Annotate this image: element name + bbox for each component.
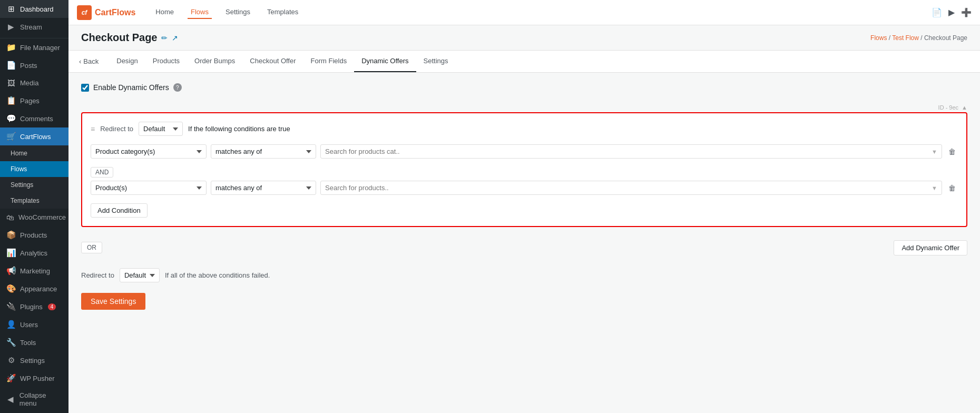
sidebar-item-settings-sub[interactable]: Settings [0,177,68,193]
sidebar-item-stream[interactable]: ▶ Stream [0,18,68,36]
rule-block-wrapper: ID - 9ec ▲ ≡ Redirect to Default Option … [81,104,967,227]
main-wrapper: cf CartFlows Home Flows Settings Templat… [68,0,980,413]
sidebar-item-products[interactable]: 📦 Products [0,226,68,244]
sidebar-item-analytics[interactable]: 📊 Analytics [0,244,68,262]
condition-match-select-2[interactable]: matches any of matches none of [211,181,316,195]
and-badge: AND [91,167,113,178]
sidebar-label-pages: Pages [20,97,40,105]
topnav-flows[interactable]: Flows [188,6,212,19]
condition-row-1: Product category(s) Product(s) matches a… [91,144,958,159]
add-dynamic-offer-button[interactable]: Add Dynamic Offer [894,240,967,255]
delete-condition-1[interactable]: 🗑 [946,145,958,158]
add-condition-label: Add Condition [97,206,141,214]
tab-products[interactable]: Products [145,51,187,72]
appearance-icon: 🎨 [6,284,16,293]
or-row: OR [81,242,102,253]
topbar-icon-video[interactable]: ▶ [948,7,955,17]
sidebar-item-comments[interactable]: 💬 Comments [0,110,68,127]
tab-design[interactable]: Design [109,51,145,72]
sidebar-label-users: Users [20,321,38,329]
sidebar-label-wp-pusher: WP Pusher [20,375,55,382]
sidebar-item-templates-sub[interactable]: Templates [0,193,68,209]
bottom-redirect-select[interactable]: Default [120,268,160,282]
add-condition-button[interactable]: Add Condition [91,203,148,218]
save-settings-button[interactable]: Save Settings [81,293,145,310]
tab-order-bumps[interactable]: Order Bumps [187,51,242,72]
sidebar-item-collapse[interactable]: ◀ Collapse menu [0,387,68,411]
sidebar-item-marketing[interactable]: 📢 Marketing [0,262,68,280]
bottom-redirect-row: Redirect to Default If all of the above … [81,268,967,282]
redirect-label: Redirect to [100,125,133,133]
external-link-icon[interactable]: ↗ [172,34,178,42]
tab-form-fields[interactable]: Form Fields [303,51,355,72]
condition-search-input-2[interactable] [325,184,929,192]
and-badge-wrapper: AND [91,164,958,181]
sidebar-item-plugins[interactable]: 🔌 Plugins 4 [0,298,68,316]
bottom-redirect-label: Redirect to [81,271,114,279]
sidebar-item-pages[interactable]: 📋 Pages [0,92,68,110]
topnav-settings[interactable]: Settings [222,6,253,19]
sidebar-item-users[interactable]: 👤 Users [0,316,68,333]
rule-header: ID - 9ec ▲ [81,104,967,111]
enable-dynamic-checkbox[interactable] [81,84,89,92]
breadcrumb: Flows / Test Flow / Checkout Page [870,34,967,42]
tab-settings[interactable]: Settings [416,51,456,72]
tools-icon: 🔧 [6,338,16,347]
sidebar-label-settings-sub: Settings [11,181,33,189]
sidebar-item-media[interactable]: 🖼 Media [0,74,68,92]
tab-back-button[interactable]: ‹ Back [79,51,103,72]
rule-id-label: ID - 9ec [938,104,959,111]
edit-icon[interactable]: ✏ [161,34,168,42]
posts-icon: 📄 [6,61,16,70]
media-icon: 🖼 [6,78,16,87]
logo-text: CartFlows [95,8,135,17]
analytics-icon: 📊 [6,248,16,258]
redirect-select[interactable]: Default Option 1 [139,122,183,136]
sidebar-label-cartflows: CartFlows [20,133,51,141]
breadcrumb-flows[interactable]: Flows [870,34,887,42]
breadcrumb-test-flow[interactable]: Test Flow [892,34,919,42]
sidebar-label-flows-sub: Flows [11,165,27,173]
sidebar-item-tools[interactable]: 🔧 Tools [0,333,68,351]
sidebar-label-settings: Settings [20,357,45,365]
condition-search-input-1[interactable] [325,148,929,155]
condition-type-select-1[interactable]: Product category(s) Product(s) [91,144,207,159]
sidebar-item-settings[interactable]: ⚙ Settings [0,351,68,369]
sidebar-item-flows-sub[interactable]: Flows [0,161,68,177]
topnav-templates[interactable]: Templates [264,6,301,19]
page-header: Checkout Page ✏ ↗ Flows / Test Flow / Ch… [68,25,980,51]
dashboard-icon: ⊞ [6,4,16,14]
condition-match-select-1[interactable]: matches any of matches none of [211,144,316,159]
sidebar-item-home-sub[interactable]: Home [0,145,68,161]
sidebar-item-woocommerce[interactable]: 🛍 WooCommerce [0,209,68,226]
sidebar-item-posts[interactable]: 📄 Posts [0,56,68,74]
sidebar-item-file-manager[interactable]: 📁 File Manager [0,38,68,56]
content-area: Enable Dynamic Offers ? ID - 9ec ▲ ≡ Red… [68,73,980,413]
plugins-badge: 4 [48,303,56,310]
users-icon: 👤 [6,320,16,329]
topbar-icon-add[interactable]: ➕ [961,7,972,17]
sidebar-item-dashboard[interactable]: ⊞ Dashboard [0,0,68,18]
breadcrumb-sep2: / [920,34,924,42]
topbar-icon-doc[interactable]: 📄 [932,7,942,17]
tab-checkout-offer[interactable]: Checkout Offer [242,51,303,72]
collapse-rule-icon[interactable]: ▲ [962,104,967,111]
condition-search-wrap-1: ▼ [320,144,942,159]
delete-condition-2[interactable]: 🗑 [946,182,958,194]
sidebar-label-file-manager: File Manager [20,44,60,52]
condition-type-select-2[interactable]: Product(s) Product category(s) [91,181,207,195]
comments-icon: 💬 [6,114,16,123]
wp-pusher-icon: 🚀 [6,373,16,383]
sidebar-label-products: Products [20,231,47,239]
topnav-home[interactable]: Home [152,6,177,19]
sidebar-item-wp-pusher[interactable]: 🚀 WP Pusher [0,369,68,387]
tab-dynamic-offers[interactable]: Dynamic Offers [354,51,416,72]
sidebar-item-cartflows[interactable]: 🛒 CartFlows [0,127,68,145]
sidebar-item-appearance[interactable]: 🎨 Appearance [0,280,68,298]
marketing-icon: 📢 [6,266,16,276]
or-badge: OR [81,242,102,253]
sidebar-label-collapse: Collapse menu [19,391,62,407]
sidebar: ⊞ Dashboard ▶ Stream 📁 File Manager 📄 Po… [0,0,68,413]
help-icon[interactable]: ? [173,83,182,92]
sidebar-label-analytics: Analytics [20,249,47,257]
